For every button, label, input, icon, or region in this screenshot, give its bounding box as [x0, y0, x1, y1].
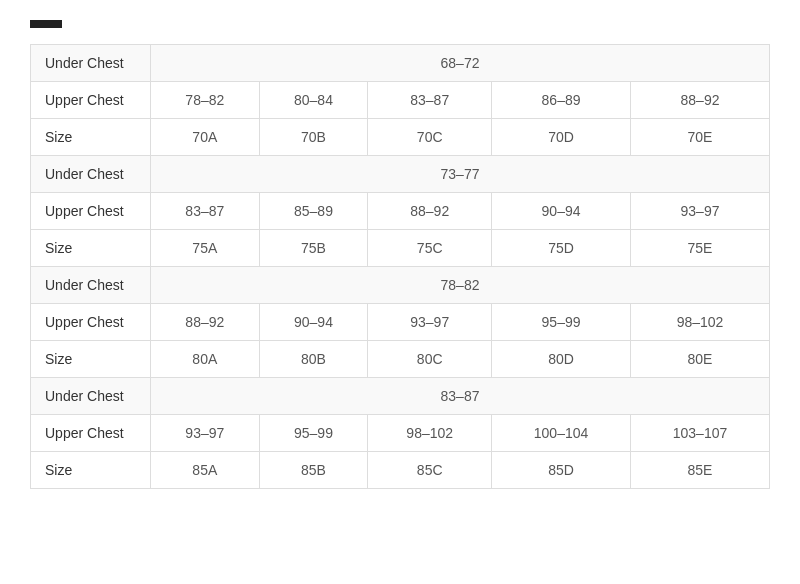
size-label-cell: Size [31, 341, 151, 378]
size-value: 75A [151, 230, 260, 267]
size-value: 75E [631, 230, 770, 267]
upper-chest-value: 95–99 [492, 304, 631, 341]
size-value: 80A [151, 341, 260, 378]
size-value: 75C [368, 230, 492, 267]
size-value: 80B [259, 341, 368, 378]
size-value: 80E [631, 341, 770, 378]
upper-chest-value: 88–92 [368, 193, 492, 230]
under-chest-label: Under Chest [31, 156, 151, 193]
size-value: 85E [631, 452, 770, 489]
size-value: 70A [151, 119, 260, 156]
size-title [30, 20, 62, 28]
size-label-cell: Size [31, 230, 151, 267]
under-chest-value: 73–77 [151, 156, 770, 193]
upper-chest-value: 78–82 [151, 82, 260, 119]
upper-chest-value: 93–97 [631, 193, 770, 230]
size-value: 70E [631, 119, 770, 156]
upper-chest-value: 88–92 [151, 304, 260, 341]
size-value: 70D [492, 119, 631, 156]
upper-chest-value: 98–102 [631, 304, 770, 341]
size-value: 75B [259, 230, 368, 267]
upper-chest-value: 85–89 [259, 193, 368, 230]
upper-chest-value: 80–84 [259, 82, 368, 119]
size-label-cell: Size [31, 119, 151, 156]
under-chest-label: Under Chest [31, 378, 151, 415]
size-value: 85A [151, 452, 260, 489]
size-value: 80C [368, 341, 492, 378]
size-value: 85D [492, 452, 631, 489]
upper-chest-label: Upper Chest [31, 193, 151, 230]
upper-chest-label: Upper Chest [31, 415, 151, 452]
upper-chest-value: 98–102 [368, 415, 492, 452]
size-value: 80D [492, 341, 631, 378]
size-value: 75D [492, 230, 631, 267]
upper-chest-value: 90–94 [259, 304, 368, 341]
page-header [30, 20, 770, 28]
under-chest-label: Under Chest [31, 267, 151, 304]
upper-chest-value: 83–87 [368, 82, 492, 119]
upper-chest-value: 83–87 [151, 193, 260, 230]
upper-chest-label: Upper Chest [31, 304, 151, 341]
upper-chest-label: Upper Chest [31, 82, 151, 119]
size-value: 85B [259, 452, 368, 489]
size-value: 70C [368, 119, 492, 156]
under-chest-label: Under Chest [31, 45, 151, 82]
size-label-cell: Size [31, 452, 151, 489]
upper-chest-value: 88–92 [631, 82, 770, 119]
under-chest-value: 83–87 [151, 378, 770, 415]
upper-chest-value: 93–97 [151, 415, 260, 452]
upper-chest-value: 103–107 [631, 415, 770, 452]
upper-chest-value: 86–89 [492, 82, 631, 119]
size-chart-table: Under Chest68–72Upper Chest78–8280–8483–… [30, 44, 770, 489]
under-chest-value: 78–82 [151, 267, 770, 304]
upper-chest-value: 95–99 [259, 415, 368, 452]
under-chest-value: 68–72 [151, 45, 770, 82]
upper-chest-value: 93–97 [368, 304, 492, 341]
size-value: 85C [368, 452, 492, 489]
size-value: 70B [259, 119, 368, 156]
upper-chest-value: 100–104 [492, 415, 631, 452]
upper-chest-value: 90–94 [492, 193, 631, 230]
